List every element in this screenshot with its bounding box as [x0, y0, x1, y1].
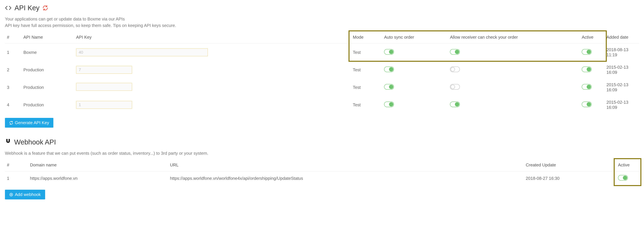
- active-toggle[interactable]: [582, 49, 592, 55]
- api-key-field[interactable]: 7: [76, 66, 132, 74]
- cell-date: 2015-02-13 16:09: [604, 61, 639, 79]
- cell-index: 3: [5, 79, 22, 96]
- api-key-table-header: # API Name API Key Mode Auto sync order …: [5, 31, 639, 44]
- cell-auto: [382, 79, 448, 96]
- cell-auto: [382, 96, 448, 113]
- cell-date: 2015-02-13 16:09: [604, 79, 639, 96]
- webhook-table: # Domain name URL Created Update Active …: [5, 159, 639, 185]
- api-key-table: # API Name API Key Mode Auto sync order …: [5, 31, 639, 113]
- plus-circle-icon: [9, 193, 13, 197]
- auto-sync-toggle[interactable]: [384, 67, 394, 72]
- cell-key: 7: [74, 61, 351, 79]
- cell-allow: [448, 79, 580, 96]
- wcell-index: 1: [5, 171, 28, 186]
- wcol-url: URL: [168, 159, 524, 171]
- cell-mode: Test: [351, 79, 382, 96]
- col-active: Active: [580, 31, 604, 44]
- cell-allow: [448, 96, 580, 113]
- api-key-title-text: API Key: [14, 4, 40, 12]
- cell-index: 1: [5, 44, 22, 61]
- col-auto: Auto sync order: [382, 31, 448, 44]
- col-key: API Key: [74, 31, 351, 44]
- cell-name: Production: [22, 96, 74, 113]
- cell-active: [580, 44, 604, 61]
- magnet-icon: [5, 138, 11, 146]
- active-toggle[interactable]: [582, 101, 592, 107]
- col-mode: Mode: [351, 31, 382, 44]
- cell-mode: Test: [351, 96, 382, 113]
- active-toggle[interactable]: [582, 84, 592, 90]
- col-allow: Allow receiver can check your order: [448, 31, 580, 44]
- cell-name: Production: [22, 79, 74, 96]
- code-icon: [5, 5, 12, 11]
- table-row: 1https://apps.worldfone.vnhttps://apps.w…: [5, 171, 639, 186]
- webhook-section-title: Webhook API: [5, 138, 639, 146]
- api-key-field[interactable]: 40: [76, 48, 208, 56]
- auto-sync-toggle[interactable]: [384, 49, 394, 55]
- webhook-desc: Webhook is a feature that we can put eve…: [5, 151, 639, 156]
- auto-sync-toggle[interactable]: [384, 84, 394, 90]
- api-key-field[interactable]: [76, 83, 132, 91]
- webhook-table-header: # Domain name URL Created Update Active: [5, 159, 639, 171]
- allow-receiver-toggle[interactable]: [450, 84, 460, 90]
- table-row: 2Production7Test2015-02-13 16:09: [5, 61, 639, 79]
- wcell-active: [616, 171, 639, 186]
- refresh-icon[interactable]: [42, 5, 48, 11]
- wcell-created: 2018-08-27 16:30: [524, 171, 616, 186]
- cell-allow: [448, 61, 580, 79]
- api-key-field[interactable]: 1: [76, 101, 132, 109]
- active-toggle[interactable]: [582, 67, 592, 72]
- allow-receiver-toggle[interactable]: [450, 49, 460, 55]
- cell-allow: [448, 44, 580, 61]
- api-key-section-title: API Key: [5, 4, 639, 12]
- table-row: 3ProductionTest2015-02-13 16:09: [5, 79, 639, 96]
- table-row: 4Production1Test2015-02-13 16:09: [5, 96, 639, 113]
- cell-auto: [382, 44, 448, 61]
- cell-mode: Test: [351, 61, 382, 79]
- allow-receiver-toggle[interactable]: [450, 67, 460, 72]
- cell-auto: [382, 61, 448, 79]
- cell-name: Production: [22, 61, 74, 79]
- webhook-active-toggle[interactable]: [618, 175, 628, 181]
- cell-date: 2015-02-13 16:09: [604, 96, 639, 113]
- cell-key: 40: [74, 44, 351, 61]
- api-key-desc-1: Your applications can get or update data…: [5, 17, 639, 22]
- cell-mode: Test: [351, 44, 382, 61]
- cell-date: 2018-08-13 11:19: [604, 44, 639, 61]
- api-key-desc-2: API key have full access permission, so …: [5, 23, 639, 28]
- cell-active: [580, 96, 604, 113]
- generate-api-key-button[interactable]: Generate API Key: [5, 118, 53, 128]
- col-date: Added date: [604, 31, 639, 44]
- cell-active: [580, 79, 604, 96]
- auto-sync-toggle[interactable]: [384, 101, 394, 107]
- cell-key: [74, 79, 351, 96]
- sync-icon: [9, 121, 13, 125]
- cell-name: Boxme: [22, 44, 74, 61]
- cell-index: 4: [5, 96, 22, 113]
- wcol-active: Active: [616, 159, 639, 171]
- cell-key: 1: [74, 96, 351, 113]
- add-webhook-button[interactable]: Add webhook: [5, 190, 45, 199]
- col-name: API Name: [22, 31, 74, 44]
- table-row: 1Boxme40Test2018-08-13 11:19: [5, 44, 639, 61]
- wcol-index: #: [5, 159, 28, 171]
- allow-receiver-toggle[interactable]: [450, 101, 460, 107]
- wcol-created: Created Update: [524, 159, 616, 171]
- cell-index: 2: [5, 61, 22, 79]
- wcol-domain: Domain name: [28, 159, 168, 171]
- cell-active: [580, 61, 604, 79]
- wcell-domain: https://apps.worldfone.vn: [28, 171, 168, 186]
- col-index: #: [5, 31, 22, 44]
- wcell-url: https://apps.worldfone.vn/worldfone4x/ap…: [168, 171, 524, 186]
- webhook-title-text: Webhook API: [14, 138, 56, 146]
- api-key-tips-link[interactable]: Tips on keeping API keys secure.: [113, 23, 176, 28]
